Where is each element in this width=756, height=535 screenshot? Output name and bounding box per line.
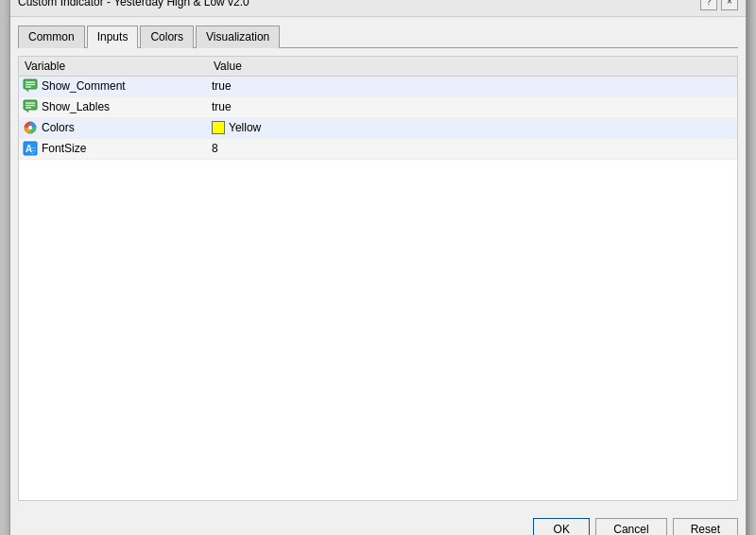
tab-visualization[interactable]: Visualization <box>196 26 280 48</box>
svg-rect-16 <box>31 153 34 154</box>
row-value-colors[interactable]: Yellow <box>212 121 733 134</box>
header-value: Value <box>214 60 731 73</box>
svg-rect-15 <box>31 150 36 151</box>
reset-button[interactable]: Reset <box>673 518 738 536</box>
dialog: Custom Indicator - Yesterday High & Low … <box>9 0 747 535</box>
close-button[interactable]: × <box>721 0 738 10</box>
fontsize-icon: A <box>23 141 38 156</box>
variable-name-show-comment: Show_Comment <box>42 79 126 93</box>
table-header: Variable Value <box>19 57 737 77</box>
title-bar: Custom Indicator - Yesterday High & Low … <box>10 0 746 17</box>
inputs-table: Variable Value Show_Comment true <box>18 56 738 501</box>
variable-name-fontsize: FontSize <box>42 142 86 155</box>
dialog-title: Custom Indicator - Yesterday High & Low … <box>18 0 249 9</box>
title-controls: ? × <box>700 0 738 10</box>
color-swatch <box>212 121 225 134</box>
svg-point-11 <box>28 126 32 129</box>
cancel-button[interactable]: Cancel <box>595 518 666 536</box>
table-row[interactable]: Show_Comment true <box>19 77 737 97</box>
tab-inputs[interactable]: Inputs <box>87 26 139 48</box>
dialog-content: Common Inputs Colors Visualization Varia… <box>10 17 746 509</box>
row-value-show-comment: true <box>212 79 733 93</box>
svg-marker-6 <box>26 110 28 112</box>
header-variable: Variable <box>25 60 214 73</box>
variable-name-colors: Colors <box>42 121 75 134</box>
table-row[interactable]: A FontSize 8 <box>19 139 737 160</box>
show-comment-icon <box>23 78 38 94</box>
dialog-footer: OK Cancel Reset <box>10 509 746 536</box>
show-labels-icon <box>23 99 38 114</box>
row-variable-show-comment: Show_Comment <box>23 78 212 94</box>
row-variable-colors: Colors <box>23 120 212 135</box>
row-value-show-labels: true <box>212 100 733 113</box>
svg-text:A: A <box>26 144 32 154</box>
tab-common[interactable]: Common <box>18 26 85 48</box>
svg-rect-14 <box>31 147 36 148</box>
help-button[interactable]: ? <box>700 0 717 10</box>
colors-icon <box>23 120 38 135</box>
table-row[interactable]: Show_Lables true <box>19 97 737 118</box>
tab-bar: Common Inputs Colors Visualization <box>18 25 738 48</box>
row-value-fontsize: 8 <box>212 142 733 155</box>
empty-table-area <box>19 160 737 500</box>
svg-marker-1 <box>26 89 28 92</box>
row-variable-show-labels: Show_Lables <box>23 99 212 114</box>
variable-name-show-labels: Show_Lables <box>42 100 110 113</box>
table-row[interactable]: Colors Yellow <box>19 118 737 139</box>
row-variable-fontsize: A FontSize <box>23 141 212 156</box>
ok-button[interactable]: OK <box>533 518 590 536</box>
tab-colors[interactable]: Colors <box>140 26 194 48</box>
